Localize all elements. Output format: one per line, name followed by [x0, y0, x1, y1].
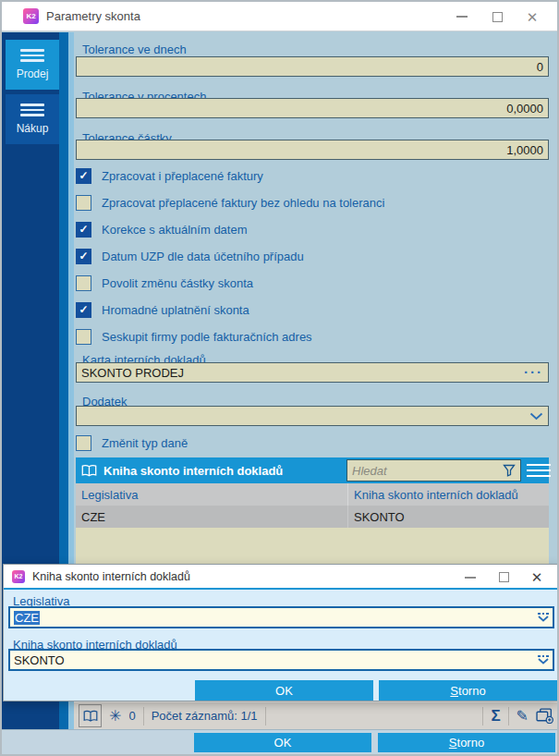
column-header-kniha[interactable]: Kniha skonto interních dokladů [348, 483, 549, 506]
separator [265, 707, 266, 726]
checkbox-overpaid-no-tolerance[interactable]: Zpracovat přeplacené faktury bez ohledu … [76, 194, 384, 211]
dialog-storno-button[interactable]: Storno [379, 680, 557, 701]
dialog-kniha-input[interactable]: SKONTO [9, 650, 553, 670]
checkbox-allow-amount-change[interactable]: Povolit změnu částky skonta [76, 274, 253, 291]
dialog-kniha-value: SKONTO [14, 653, 65, 667]
k2-app-icon: K2 [12, 570, 25, 583]
dialog-titlebar: K2 Kniha skonto interních dokladů ✕ [4, 565, 559, 590]
search-input[interactable] [352, 464, 503, 478]
checkbox-label: Zpracovat přeplacené faktury bez ohledu … [102, 196, 384, 210]
checkbox-group-by-billing-address[interactable]: Seskupit firmy podle fakturačních adres [76, 328, 312, 345]
sidebar-tab-nakup[interactable]: Nákup [6, 94, 59, 144]
checkbox-change-tax-type[interactable]: Změnit typ daně [76, 434, 188, 451]
checkbox-bulk-application[interactable]: Hromadné uplatnění skonta [76, 301, 249, 318]
ok-button[interactable]: OK [194, 733, 371, 752]
statusbar: ✳ 0 Počet záznamů: 1/1 Σ ✎ [74, 701, 559, 729]
parametry-skonta-window: K2 Parametry skonta ✕ Prodej Nákup Toler… [0, 0, 559, 756]
cell-legislativa: CZE [76, 506, 348, 528]
dialog-legislativa-label: Legislativa [13, 594, 69, 608]
sidebar-tab-label: Prodej [17, 67, 49, 80]
k2-app-icon: K2 [23, 8, 39, 24]
checkbox-label: Datum UZP dle data účetního případu [102, 250, 304, 263]
maximize-icon [499, 572, 509, 582]
copy-add-icon[interactable] [536, 708, 553, 724]
grid-menu-icon[interactable] [527, 461, 551, 480]
sum-icon[interactable]: Σ [491, 707, 500, 726]
minimize-icon [456, 16, 468, 18]
dialog-legislativa-input[interactable]: CZE [9, 607, 553, 628]
tolerance-amount-input[interactable]: 1,0000 [76, 140, 549, 160]
footer-bar: OK Storno [2, 729, 557, 754]
addendum-dropdown[interactable] [76, 406, 549, 426]
close-button[interactable]: ✕ [515, 4, 550, 30]
main-titlebar: K2 Parametry skonta ✕ [2, 2, 557, 31]
tolerance-percent-value: 0,0000 [506, 102, 543, 116]
asterisk-count: 0 [128, 709, 135, 723]
separator [508, 707, 509, 726]
tolerance-days-value: 0 [537, 60, 543, 74]
dialog-title: Kniha skonto interních dokladů [32, 570, 190, 583]
storno-button[interactable]: Storno [378, 733, 555, 752]
menu-icon [20, 49, 44, 62]
checkbox-label: Zpracovat i přeplacené faktury [102, 169, 263, 183]
grid-column-headers: Legislativa Kniha skonto interních dokla… [76, 483, 549, 506]
record-count: Počet záznamů: 1/1 [152, 709, 258, 723]
menu-icon [20, 104, 44, 116]
checkbox-icon [76, 275, 91, 291]
ellipsis-browse-icon[interactable]: ··· [524, 370, 543, 375]
tolerance-days-label: Tolerance ve dnech [82, 43, 187, 56]
grid-title: Kniha skonto interních dokladů [103, 464, 283, 478]
checkbox-icon [76, 168, 91, 184]
table-row[interactable]: CZE SKONTO [76, 506, 549, 528]
grid-search [346, 459, 521, 482]
dialog-minimize-button[interactable] [454, 567, 487, 589]
checkbox-icon [76, 302, 91, 318]
tolerance-amount-value: 1,0000 [506, 143, 543, 157]
book-view-toggle[interactable] [79, 704, 102, 727]
checkbox-label: Korekce s aktuálním datem [102, 223, 248, 237]
window-title: Parametry skonta [46, 9, 140, 23]
close-icon: ✕ [531, 570, 543, 584]
checkbox-label: Hromadné uplatnění skonta [102, 303, 249, 317]
dialog-close-button[interactable]: ✕ [520, 567, 553, 589]
separator [482, 707, 483, 726]
kniha-skonto-dialog: K2 Kniha skonto interních dokladů ✕ Legi… [3, 564, 559, 701]
checkbox-icon [76, 435, 91, 451]
minimize-icon [465, 577, 476, 579]
internal-card-input[interactable]: SKONTO PRODEJ ··· [76, 362, 549, 383]
asterisk-icon[interactable]: ✳ [109, 707, 121, 725]
cell-kniha: SKONTO [348, 506, 549, 528]
checkbox-icon [76, 222, 91, 238]
checkbox-label: Změnit typ daně [102, 436, 188, 450]
lookup-dropdown-icon[interactable] [538, 613, 549, 623]
dialog-legislativa-value: CZE [14, 611, 40, 625]
close-icon: ✕ [527, 10, 539, 24]
chevron-down-icon[interactable] [529, 412, 543, 421]
checkbox-icon [76, 249, 91, 264]
checkbox-label: Seskupit firmy podle fakturačních adres [102, 330, 312, 344]
column-header-legislativa[interactable]: Legislativa [76, 483, 348, 506]
maximize-button[interactable] [480, 4, 515, 30]
book-icon [81, 464, 97, 478]
dialog-ok-button[interactable]: OK [195, 680, 373, 701]
separator [143, 707, 144, 726]
tolerance-percent-input[interactable]: 0,0000 [76, 98, 549, 118]
maximize-icon [492, 12, 503, 22]
sidebar-tab-label: Nákup [17, 122, 49, 135]
checkbox-icon [76, 195, 91, 211]
sidebar-tab-prodej[interactable]: Prodej [6, 40, 59, 90]
internal-card-value: SKONTO PRODEJ [81, 366, 184, 380]
filter-icon[interactable] [503, 464, 516, 477]
checkbox-label: Povolit změnu částky skonta [102, 276, 253, 290]
edit-pencil-icon[interactable]: ✎ [516, 707, 529, 725]
checkbox-uzp-date[interactable]: Datum UZP dle data účetního případu [76, 248, 304, 264]
checkbox-overpaid-invoices[interactable]: Zpracovat i přeplacené faktury [76, 167, 263, 184]
checkbox-correction-current-date[interactable]: Korekce s aktuálním datem [76, 221, 248, 238]
minimize-button[interactable] [444, 4, 480, 30]
lookup-dropdown-icon[interactable] [538, 655, 549, 665]
dialog-maximize-button[interactable] [487, 567, 520, 589]
dialog-window-controls: ✕ [454, 565, 553, 590]
tolerance-days-input[interactable]: 0 [76, 56, 549, 77]
grid-header: Kniha skonto interních dokladů [76, 457, 549, 483]
checkbox-icon [76, 329, 91, 345]
